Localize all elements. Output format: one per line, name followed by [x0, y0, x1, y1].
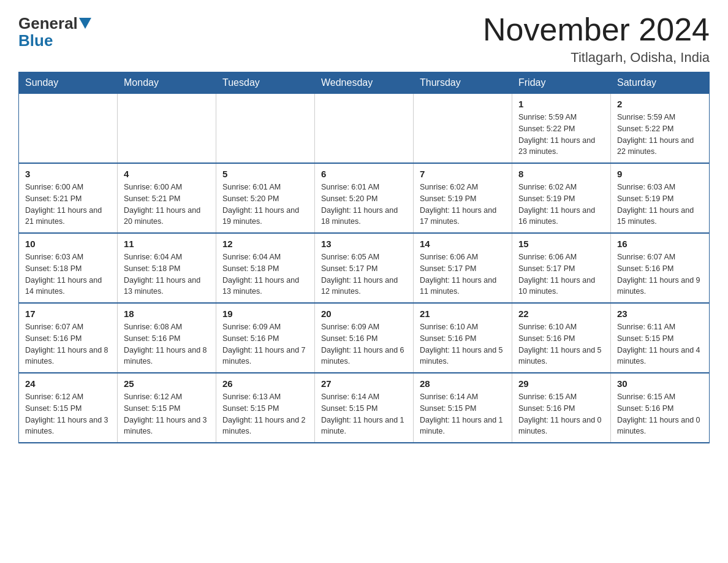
- calendar-cell: 8Sunrise: 6:02 AMSunset: 5:19 PMDaylight…: [512, 163, 611, 233]
- day-info: Sunrise: 6:15 AMSunset: 5:16 PMDaylight:…: [617, 391, 703, 437]
- weekday-header-tuesday: Tuesday: [216, 72, 315, 94]
- day-number: 28: [420, 378, 506, 389]
- calendar-cell: 24Sunrise: 6:12 AMSunset: 5:15 PMDayligh…: [19, 373, 118, 443]
- calendar-cell: 11Sunrise: 6:04 AMSunset: 5:18 PMDayligh…: [118, 233, 216, 303]
- day-info: Sunrise: 6:01 AMSunset: 5:20 PMDaylight:…: [321, 182, 407, 228]
- calendar-cell: [118, 94, 216, 164]
- day-info: Sunrise: 6:13 AMSunset: 5:15 PMDaylight:…: [222, 391, 308, 437]
- day-info: Sunrise: 6:00 AMSunset: 5:21 PMDaylight:…: [124, 182, 210, 228]
- logo: General Blue: [18, 12, 93, 50]
- calendar-cell: 12Sunrise: 6:04 AMSunset: 5:18 PMDayligh…: [216, 233, 315, 303]
- calendar-cell: 28Sunrise: 6:14 AMSunset: 5:15 PMDayligh…: [414, 373, 512, 443]
- weekday-header-sunday: Sunday: [19, 72, 118, 94]
- day-info: Sunrise: 6:06 AMSunset: 5:17 PMDaylight:…: [518, 251, 604, 297]
- calendar-cell: 1Sunrise: 5:59 AMSunset: 5:22 PMDaylight…: [512, 94, 611, 164]
- day-info: Sunrise: 6:08 AMSunset: 5:16 PMDaylight:…: [124, 321, 210, 367]
- weekday-header-friday: Friday: [512, 72, 611, 94]
- day-number: 24: [25, 378, 111, 389]
- day-info: Sunrise: 5:59 AMSunset: 5:22 PMDaylight:…: [518, 112, 604, 158]
- calendar-cell: 6Sunrise: 6:01 AMSunset: 5:20 PMDaylight…: [315, 163, 414, 233]
- calendar-cell: 18Sunrise: 6:08 AMSunset: 5:16 PMDayligh…: [118, 303, 216, 373]
- day-info: Sunrise: 6:12 AMSunset: 5:15 PMDaylight:…: [124, 391, 210, 437]
- logo-blue-text: Blue: [18, 31, 53, 50]
- calendar-table: SundayMondayTuesdayWednesdayThursdayFrid…: [18, 72, 710, 443]
- day-number: 10: [25, 239, 111, 249]
- calendar-cell: 2Sunrise: 5:59 AMSunset: 5:22 PMDaylight…: [611, 94, 710, 164]
- day-number: 1: [518, 99, 604, 109]
- day-number: 30: [617, 378, 703, 389]
- day-info: Sunrise: 6:10 AMSunset: 5:16 PMDaylight:…: [518, 321, 604, 367]
- calendar-cell: 27Sunrise: 6:14 AMSunset: 5:15 PMDayligh…: [315, 373, 414, 443]
- day-info: Sunrise: 6:06 AMSunset: 5:17 PMDaylight:…: [420, 251, 506, 297]
- day-info: Sunrise: 6:15 AMSunset: 5:16 PMDaylight:…: [518, 391, 604, 437]
- day-info: Sunrise: 6:05 AMSunset: 5:17 PMDaylight:…: [321, 251, 407, 297]
- day-number: 19: [222, 308, 308, 319]
- location-subtitle: Titlagarh, Odisha, India: [483, 50, 710, 66]
- calendar-week-row: 3Sunrise: 6:00 AMSunset: 5:21 PMDaylight…: [19, 163, 710, 233]
- day-info: Sunrise: 6:14 AMSunset: 5:15 PMDaylight:…: [420, 391, 506, 437]
- day-info: Sunrise: 6:01 AMSunset: 5:20 PMDaylight:…: [222, 182, 308, 228]
- calendar-cell: [216, 94, 315, 164]
- weekday-header-wednesday: Wednesday: [315, 72, 414, 94]
- calendar-cell: 26Sunrise: 6:13 AMSunset: 5:15 PMDayligh…: [216, 373, 315, 443]
- calendar-cell: [315, 94, 414, 164]
- day-number: 9: [617, 169, 703, 179]
- day-number: 5: [222, 169, 308, 179]
- calendar-cell: 30Sunrise: 6:15 AMSunset: 5:16 PMDayligh…: [611, 373, 710, 443]
- calendar-cell: 4Sunrise: 6:00 AMSunset: 5:21 PMDaylight…: [118, 163, 216, 233]
- calendar-week-row: 1Sunrise: 5:59 AMSunset: 5:22 PMDaylight…: [19, 94, 710, 164]
- day-info: Sunrise: 6:09 AMSunset: 5:16 PMDaylight:…: [321, 321, 407, 367]
- calendar-cell: 13Sunrise: 6:05 AMSunset: 5:17 PMDayligh…: [315, 233, 414, 303]
- calendar-cell: 20Sunrise: 6:09 AMSunset: 5:16 PMDayligh…: [315, 303, 414, 373]
- day-info: Sunrise: 6:07 AMSunset: 5:16 PMDaylight:…: [617, 251, 703, 297]
- calendar-week-row: 10Sunrise: 6:03 AMSunset: 5:18 PMDayligh…: [19, 233, 710, 303]
- day-number: 21: [420, 308, 506, 319]
- day-info: Sunrise: 6:00 AMSunset: 5:21 PMDaylight:…: [25, 182, 111, 228]
- calendar-week-row: 17Sunrise: 6:07 AMSunset: 5:16 PMDayligh…: [19, 303, 710, 373]
- day-number: 26: [222, 378, 308, 389]
- calendar-cell: 19Sunrise: 6:09 AMSunset: 5:16 PMDayligh…: [216, 303, 315, 373]
- weekday-header-saturday: Saturday: [611, 72, 710, 94]
- day-number: 11: [124, 239, 210, 249]
- day-number: 22: [518, 308, 604, 319]
- day-number: 18: [124, 308, 210, 319]
- calendar-cell: 25Sunrise: 6:12 AMSunset: 5:15 PMDayligh…: [118, 373, 216, 443]
- day-number: 8: [518, 169, 604, 179]
- day-info: Sunrise: 6:14 AMSunset: 5:15 PMDaylight:…: [321, 391, 407, 437]
- day-info: Sunrise: 6:03 AMSunset: 5:18 PMDaylight:…: [25, 251, 111, 297]
- day-info: Sunrise: 6:04 AMSunset: 5:18 PMDaylight:…: [222, 251, 308, 297]
- day-info: Sunrise: 6:03 AMSunset: 5:19 PMDaylight:…: [617, 182, 703, 228]
- calendar-cell: 29Sunrise: 6:15 AMSunset: 5:16 PMDayligh…: [512, 373, 611, 443]
- day-number: 15: [518, 239, 604, 249]
- day-number: 16: [617, 239, 703, 249]
- day-info: Sunrise: 6:10 AMSunset: 5:16 PMDaylight:…: [420, 321, 506, 367]
- logo-triangle-icon: [79, 18, 91, 29]
- calendar-cell: 7Sunrise: 6:02 AMSunset: 5:19 PMDaylight…: [414, 163, 512, 233]
- calendar-cell: 14Sunrise: 6:06 AMSunset: 5:17 PMDayligh…: [414, 233, 512, 303]
- calendar-cell: 21Sunrise: 6:10 AMSunset: 5:16 PMDayligh…: [414, 303, 512, 373]
- calendar-cell: 9Sunrise: 6:03 AMSunset: 5:19 PMDaylight…: [611, 163, 710, 233]
- day-number: 20: [321, 308, 407, 319]
- weekday-header-thursday: Thursday: [414, 72, 512, 94]
- day-info: Sunrise: 6:11 AMSunset: 5:15 PMDaylight:…: [617, 321, 703, 367]
- calendar-cell: 17Sunrise: 6:07 AMSunset: 5:16 PMDayligh…: [19, 303, 118, 373]
- day-number: 6: [321, 169, 407, 179]
- weekday-header-monday: Monday: [118, 72, 216, 94]
- day-number: 2: [617, 99, 703, 109]
- weekday-header-row: SundayMondayTuesdayWednesdayThursdayFrid…: [19, 72, 710, 94]
- calendar-cell: 5Sunrise: 6:01 AMSunset: 5:20 PMDaylight…: [216, 163, 315, 233]
- day-info: Sunrise: 6:04 AMSunset: 5:18 PMDaylight:…: [124, 251, 210, 297]
- calendar-cell: 10Sunrise: 6:03 AMSunset: 5:18 PMDayligh…: [19, 233, 118, 303]
- day-number: 23: [617, 308, 703, 319]
- page-header: General Blue November 2024 Titlagarh, Od…: [18, 12, 710, 66]
- calendar-cell: 16Sunrise: 6:07 AMSunset: 5:16 PMDayligh…: [611, 233, 710, 303]
- calendar-cell: 15Sunrise: 6:06 AMSunset: 5:17 PMDayligh…: [512, 233, 611, 303]
- day-info: Sunrise: 5:59 AMSunset: 5:22 PMDaylight:…: [617, 112, 703, 158]
- day-number: 27: [321, 378, 407, 389]
- day-number: 29: [518, 378, 604, 389]
- calendar-cell: 22Sunrise: 6:10 AMSunset: 5:16 PMDayligh…: [512, 303, 611, 373]
- day-number: 13: [321, 239, 407, 249]
- calendar-cell: [414, 94, 512, 164]
- title-area: November 2024 Titlagarh, Odisha, India: [483, 12, 710, 66]
- day-info: Sunrise: 6:07 AMSunset: 5:16 PMDaylight:…: [25, 321, 111, 367]
